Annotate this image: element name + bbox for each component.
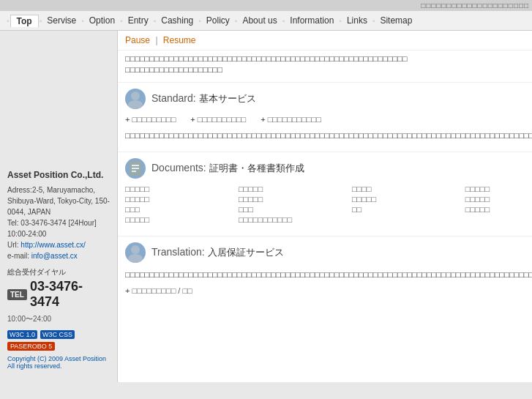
marquee-line1: □□□□□□□□□□□□□□□□□□□□□□□□□□□□□□□□□□□□□□□□… [125,53,532,64]
badges: W3C 1.0 W3C CSS PASEROBO 5 [7,330,110,351]
nav-sep-9: ◦ [372,17,375,25]
nav-item-cashing[interactable]: Cashing [157,14,198,27]
top-bar-text: □□□□□□□□□□□□□□□□□□□□□ [421,1,529,10]
navigation: ◦ Top ◦ Servise ◦ Option ◦ Entry ◦ Cashi… [0,11,532,31]
nav-item-top[interactable]: Top [10,15,39,27]
translation-title-ja: 入居保証サービス [208,247,284,258]
standard-title-ja: 基本サービス [199,93,256,104]
documents-header: Documents: 証明書・各種書類作成 [125,158,532,179]
url-link[interactable]: http://www.asset.cx/ [20,241,85,249]
url-label: Url: [7,241,19,249]
nav-sep-7: ◦ [282,17,285,25]
standard-title: Standard: 基本サービス [151,92,256,105]
standard-links: □□□□□□□□□ □□□□□□□□□□ □□□□□□□□□□□ [125,115,532,124]
doc-link-r1c3[interactable]: □□□□ [352,184,448,193]
translation-link[interactable]: □□□□□□□□□ / □□ [125,286,192,295]
nav-item-sitemap[interactable]: Sitemap [375,14,416,27]
nav-sep-5: ◦ [198,17,201,25]
doc-link-r3c2[interactable]: □□□ [239,205,334,214]
doc-link-r2c2[interactable]: □□□□□ [239,195,334,204]
nav-sep-4: ◦ [154,17,157,25]
hour-label: [24Hour] [68,219,96,227]
nav-item-option[interactable]: Option [85,14,119,27]
tel-value: 03-3476-3474 [20,219,66,227]
pause-bar: Pause | Resume [118,31,532,51]
top-bar: □□□□□□□□□□□□□□□□□□□□□ [0,0,532,11]
badge-w3c: W3C 1.0 [7,330,37,339]
documents-title-ja: 証明書・各種書類作成 [209,163,304,174]
nav-sep-2: ◦ [81,17,84,25]
svg-point-0 [131,92,140,100]
dial-hours: 10:00〜24:00 [7,314,110,324]
documents-title: Documents: 証明書・各種書類作成 [151,162,304,175]
doc-link-r1c1[interactable]: □□□□□ [125,184,221,193]
svg-point-7 [128,254,143,263]
phone-number: TEL 03-3476-3474 [7,279,110,310]
translation-icon [125,242,146,263]
doc-link-r2c4[interactable]: □□□□□ [465,195,532,204]
nav-item-servise[interactable]: Servise [42,14,80,27]
sidebar: Asset Position Co.,Ltd. Adress:2-5, Maru… [0,31,117,382]
standard-link-1[interactable]: □□□□□□□□□ [125,115,176,124]
nav-sep-8: ◦ [339,17,342,25]
translation-header: Translation: 入居保証サービス [125,242,532,263]
doc-link-r4c1[interactable]: □□□□□ [125,215,221,224]
tel-icon: TEL [7,289,27,300]
dial-label: 総合受付ダイヤル [7,267,110,277]
standard-text: □□□□□□□□□□□□□□□□□□□□□□□□□□□□□□□□□□□□□□□□… [125,130,532,142]
email-link[interactable]: info@asset.cx [31,252,78,260]
doc-link-r3c3[interactable]: □□ [352,205,448,214]
nav-sep-3: ◦ [120,17,123,25]
nav-item-entry[interactable]: Entry [124,14,153,27]
standard-title-en: Standard: [151,92,196,104]
nav-sep-6: ◦ [235,17,238,25]
nav-item-information[interactable]: Information [285,14,338,27]
hour-value: 10:00-24:00 [7,230,46,238]
phone-block: TEL 03-3476-3474 [7,279,110,310]
standard-header: Standard: 基本サービス [125,89,532,109]
address-block: Adress:2-5, Maruyamacho, Shibuya-Ward, T… [7,184,110,261]
standard-link-2[interactable]: □□□□□□□□□□ [190,115,246,124]
copyright: Copyright (C) 2009 Asset Position All ri… [7,355,110,370]
svg-point-6 [131,245,140,254]
pause-sep: | [155,35,157,45]
translation-text: □□□□□□□□□□□□□□□□□□□□□□□□□□□□□□□□□□□□□□□□… [125,269,532,281]
badge-paserobo: PASEROBO 5 [7,342,55,351]
pause-link[interactable]: Pause [125,35,150,45]
svg-point-1 [128,100,143,109]
resume-link[interactable]: Resume [163,35,196,45]
company-name: Asset Position Co.,Ltd. [7,170,110,180]
content: Pause | Resume □□□□□□□□□□□□□□□□□□□□□□□□□… [117,31,532,382]
email-label: e-mail: [7,252,29,260]
translation-title: Translation: 入居保証サービス [151,246,284,259]
documents-title-en: Documents: [151,162,206,174]
nav-item-links[interactable]: Links [342,14,372,27]
standard-link-3[interactable]: □□□□□□□□□□□ [261,115,321,124]
badge-css: W3C CSS [40,330,75,339]
standard-section: Standard: 基本サービス □□□□□□□□□ □□□□□□□□□□ □□… [118,82,532,152]
doc-link-r4c2[interactable]: □□□□□□□□□□□ [239,215,334,224]
address-text: Adress:2-5, Maruyamacho, Shibuya-Ward, T… [7,186,110,216]
doc-link-r2c1[interactable]: □□□□□ [125,195,221,204]
nav-item-policy[interactable]: Policy [202,14,234,27]
dial-number: 03-3476-3474 [30,279,110,310]
translation-title-en: Translation: [151,246,205,258]
translation-section: Translation: 入居保証サービス □□□□□□□□□□□□□□□□□□… [118,236,532,302]
doc-link-r3c4[interactable]: □□□□□ [465,205,532,214]
nav-bullet: ◦ [7,17,10,25]
doc-link-r1c2[interactable]: □□□□□ [239,184,334,193]
nav-item-aboutus[interactable]: About us [238,14,281,27]
doc-link-r2c3[interactable]: □□□□□ [352,195,448,204]
main-layout: Asset Position Co.,Ltd. Adress:2-5, Maru… [0,31,532,382]
documents-icon [125,158,146,179]
marquee-text: □□□□□□□□□□□□□□□□□□□□□□□□□□□□□□□□□□□□□□□□… [118,51,532,82]
documents-section: Documents: 証明書・各種書類作成 □□□□□ □□□□□ □□□□ □… [118,152,532,236]
doc-link-r1c4[interactable]: □□□□□ [465,184,532,193]
nav-sep-1: ◦ [40,17,42,25]
marquee-line2: □□□□□□□□□□□□□□□□□□□□ [125,64,532,75]
standard-icon [125,89,146,109]
doc-link-r3c1[interactable]: □□□ [125,205,221,214]
tel-label: Tel: [7,219,19,227]
documents-grid: □□□□□ □□□□□ □□□□ □□□□□ □□□□□ □□□□□ □□□□□… [125,184,532,224]
